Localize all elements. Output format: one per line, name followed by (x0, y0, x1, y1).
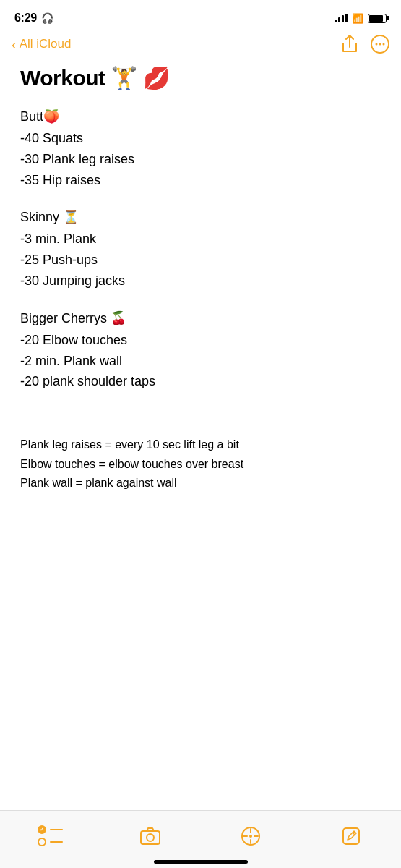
page-title: Workout 🏋️ 💋 (20, 65, 381, 91)
notes-section: Plank leg raises = every 10 sec lift leg… (20, 435, 381, 493)
exercise-jumping-jacks: -30 Jumping jacks (20, 271, 381, 292)
svg-point-1 (376, 43, 378, 46)
svg-rect-4 (141, 831, 160, 844)
section-butt: Butt🍑 -40 Squats -30 Plank leg raises -3… (20, 107, 381, 190)
location-button[interactable] (233, 822, 269, 851)
location-icon (241, 827, 260, 846)
wifi-icon: 📶 (352, 13, 363, 24)
chevron-left-icon: ‹ (12, 37, 17, 51)
exercise-plank-shoulder-taps: -20 plank shoulder taps (20, 371, 381, 392)
camera-icon (140, 827, 160, 845)
check-line (50, 829, 63, 830)
svg-point-2 (379, 43, 381, 46)
svg-point-5 (147, 834, 154, 841)
home-indicator (154, 860, 248, 864)
signal-icon (335, 14, 348, 22)
exercise-plank-leg-raises: -30 Plank leg raises (20, 149, 381, 170)
exercise-plank-wall: -2 min. Plank wall (20, 351, 381, 372)
svg-point-7 (249, 835, 252, 838)
checklist-icon (38, 825, 63, 846)
svg-point-3 (383, 43, 385, 46)
main-content: Workout 🏋️ 💋 Butt🍑 -40 Squats -30 Plank … (0, 59, 401, 493)
section-bigger-cherrys-title: Bigger Cherrys 🍒 (20, 309, 381, 328)
headphone-icon: 🎧 (41, 12, 53, 24)
status-bar: 6:29 🎧 📶 (0, 0, 401, 32)
nav-bar: ‹ All iCloud (0, 32, 401, 59)
status-icons: 📶 (335, 13, 387, 24)
note-elbow-touches: Elbow touches = elbow touches over breas… (20, 455, 381, 474)
share-button[interactable] (342, 35, 358, 54)
status-time: 6:29 (14, 12, 37, 25)
exercise-plank: -3 min. Plank (20, 229, 381, 250)
note-plank-wall: Plank wall = plank against wall (20, 474, 381, 493)
check-line-2 (50, 841, 63, 843)
exercise-elbow-touches: -20 Elbow touches (20, 330, 381, 351)
back-button[interactable]: ‹ All iCloud (12, 37, 71, 51)
section-butt-title: Butt🍑 (20, 107, 381, 127)
edit-icon (342, 827, 360, 845)
exercise-squats: -40 Squats (20, 128, 381, 149)
exercise-hip-raises: -35 Hip raises (20, 170, 381, 191)
battery-icon (368, 14, 387, 23)
svg-rect-8 (343, 828, 359, 844)
camera-button[interactable] (132, 822, 168, 851)
note-plank-leg-raises: Plank leg raises = every 10 sec lift leg… (20, 435, 381, 454)
bottom-toolbar (0, 810, 401, 868)
edit-button[interactable] (333, 822, 369, 851)
back-label: All iCloud (20, 37, 72, 51)
more-options-button[interactable] (371, 35, 389, 54)
section-skinny-title: Skinny ⏳ (20, 208, 381, 227)
check-circle-checked (38, 825, 46, 834)
section-bigger-cherrys: Bigger Cherrys 🍒 -20 Elbow touches -2 mi… (20, 309, 381, 392)
nav-actions (342, 35, 389, 54)
section-skinny: Skinny ⏳ -3 min. Plank -25 Push-ups -30 … (20, 208, 381, 291)
check-circle-empty (38, 838, 46, 846)
checklist-button[interactable] (32, 822, 68, 851)
exercise-pushups: -25 Push-ups (20, 250, 381, 271)
